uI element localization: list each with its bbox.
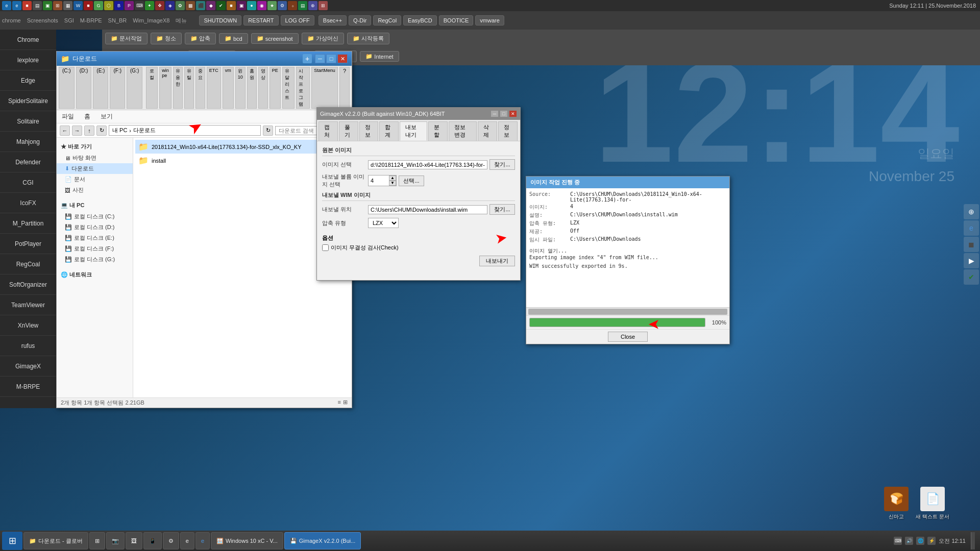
sidebar-item-mpartition[interactable]: M_Partition: [0, 213, 56, 234]
nav-up[interactable]: ↑: [84, 126, 94, 136]
gim-export-btn[interactable]: 내보내기: [479, 256, 515, 266]
gtab-split[interactable]: 분할: [428, 121, 448, 141]
nav-drive-f[interactable]: 💾 로컬 디스크 (F:): [57, 243, 133, 254]
folder-startup[interactable]: 📁시작등록: [347, 33, 389, 44]
bookmark-etc[interactable]: ETC: [207, 67, 221, 109]
gim-image-path-input[interactable]: [368, 160, 487, 169]
bookmark-win10[interactable]: 윈10: [235, 67, 246, 109]
drive-tab-g[interactable]: (G:): [127, 67, 142, 109]
bootice-btn[interactable]: BOOTICE: [439, 15, 474, 26]
drive-tab-c[interactable]: (C:): [59, 67, 75, 109]
right-icon-edge[interactable]: e: [964, 220, 979, 236]
app-icon-30[interactable]: ⊞: [318, 1, 328, 10]
sidebar-item-regcoal[interactable]: RegCoal: [0, 254, 56, 274]
help-button[interactable]: ?: [339, 67, 350, 109]
app-icon-8[interactable]: G: [94, 1, 103, 10]
ie-icon2[interactable]: e: [12, 1, 21, 10]
gimagex-close[interactable]: ✕: [509, 110, 517, 117]
app-icon-25[interactable]: ★: [267, 1, 277, 10]
app-icon-10[interactable]: B: [114, 1, 124, 10]
bsec-btn[interactable]: Bsec++: [318, 15, 347, 26]
right-icon-chrome[interactable]: ⊕: [964, 204, 979, 219]
gim-check-integrity-checkbox[interactable]: [322, 244, 329, 251]
taskbar-app-5[interactable]: 📱: [143, 532, 162, 549]
app-icon-21[interactable]: ■: [227, 1, 236, 10]
sidebar-item-teamviewer[interactable]: TeamViewer: [0, 295, 56, 315]
app-icon-5[interactable]: ▦: [63, 1, 72, 10]
gtab-about[interactable]: 정보: [498, 121, 518, 141]
bookmark-home[interactable]: 홈원: [247, 67, 257, 109]
gtab-info-change[interactable]: 정보 변경: [449, 121, 477, 141]
sidebar-item-rufus[interactable]: rufus: [0, 336, 56, 356]
sidebar-item-solitaire[interactable]: Solitaire: [0, 111, 56, 132]
logoff-btn[interactable]: LOG OFF: [281, 15, 314, 26]
gimagex-minimize[interactable]: ─: [491, 110, 499, 117]
bookmark-startprog[interactable]: 시작프로그램: [296, 67, 310, 109]
app-icon-20[interactable]: ✔: [216, 1, 226, 10]
bookmark-winpe[interactable]: win pe: [159, 67, 172, 109]
app-icon-12[interactable]: ⌨: [135, 1, 144, 10]
gim-spinner-input[interactable]: [369, 177, 389, 185]
gim-select-btn[interactable]: 선택...: [399, 176, 424, 186]
gim-compression-select[interactable]: LZX Fast None: [368, 218, 399, 228]
menu-file[interactable]: 파일: [60, 111, 76, 122]
easybcd-btn[interactable]: EasyBCD: [403, 15, 437, 26]
tray-icon-4[interactable]: ⚡: [927, 537, 936, 545]
app-icon-26[interactable]: ⚙: [278, 1, 287, 10]
sidebar-item-softorganizer[interactable]: SoftOrganizer: [0, 274, 56, 295]
sidebar-item-chrome[interactable]: Chrome: [0, 30, 56, 50]
nav-downloads[interactable]: ⬇ 다운로드: [57, 163, 133, 174]
folder-internet[interactable]: 📁Internet: [360, 51, 399, 62]
bookmark-important[interactable]: 중요: [195, 67, 205, 109]
progress-close-btn[interactable]: Close: [608, 332, 648, 342]
gimagex-maximize[interactable]: □: [500, 110, 508, 117]
sidebar-item-mbrpe[interactable]: M-BRPE: [0, 377, 56, 397]
app-icon-6[interactable]: W: [74, 1, 83, 10]
gim-spinner-down[interactable]: ▼: [389, 181, 396, 186]
taskbar-app-windows10[interactable]: 🪟 Windows 10 xC - V...: [211, 532, 283, 549]
app-icon-28[interactable]: ▤: [298, 1, 307, 10]
app-icon-15[interactable]: ◈: [165, 1, 175, 10]
shutdown-btn[interactable]: SHUTDOWN: [199, 15, 241, 26]
taskbar-app-7[interactable]: e: [180, 532, 194, 549]
nav-forward[interactable]: →: [72, 126, 82, 136]
show-desktop-btn[interactable]: [971, 532, 975, 549]
taskbar-app-4[interactable]: 🖼: [126, 532, 142, 549]
app-icon-29[interactable]: ⊕: [308, 1, 317, 10]
new-tab-button[interactable]: +: [303, 54, 312, 63]
bookmark-useful[interactable]: 유용한: [173, 67, 183, 109]
right-icon-1[interactable]: ◼: [964, 237, 979, 252]
drive-tab-e[interactable]: (E:): [93, 67, 108, 109]
maximize-button[interactable]: □: [326, 54, 336, 63]
sidebar-item-gimagex[interactable]: GimageX: [0, 356, 56, 377]
nav-documents[interactable]: 📄 문서: [57, 174, 133, 185]
bookmark-vm[interactable]: vm: [223, 67, 234, 109]
close-button[interactable]: ✕: [337, 54, 348, 63]
bookmark-yudallist[interactable]: 유달리스트: [282, 67, 295, 109]
app-icon-7[interactable]: ■: [84, 1, 93, 10]
sidebar-item-mahjong[interactable]: Mahjong: [0, 132, 56, 152]
taskbar-app-8[interactable]: e: [195, 532, 210, 549]
folder-clean[interactable]: 📁청소: [151, 33, 182, 44]
list-view-btn[interactable]: ≡: [338, 399, 341, 407]
tray-icon-2[interactable]: 🔊: [905, 537, 913, 545]
drive-tab-f[interactable]: (F:): [110, 67, 125, 109]
folder-dokuseo[interactable]: 📁문서작업: [105, 33, 148, 44]
folder-compress[interactable]: 📁압축: [185, 33, 216, 44]
start-button[interactable]: ⊞: [2, 532, 22, 550]
app-icon-24[interactable]: ◉: [257, 1, 266, 10]
sidebar-item-lexplore[interactable]: lexplore: [0, 50, 56, 70]
sidebar-item-edge[interactable]: Edge: [0, 70, 56, 91]
nav-drive-c[interactable]: 💾 로컬 디스크 (C:): [57, 211, 133, 222]
address-path[interactable]: 내 PC › 다운로드: [109, 125, 261, 136]
desktop-icon-new-doc[interactable]: 📄 새 텍스트 문서: [916, 487, 949, 520]
app-icon-16[interactable]: ✿: [176, 1, 185, 10]
nav-back[interactable]: ←: [60, 126, 70, 136]
menu-home[interactable]: 홈: [82, 111, 92, 122]
taskbar-app-2[interactable]: ⊞: [89, 532, 105, 549]
sidebar-item-xnview[interactable]: XnView: [0, 315, 56, 336]
taskbar-app-downloads[interactable]: 📁 다운로드 - 클로버: [23, 532, 88, 549]
app-icon-4[interactable]: ⊞: [53, 1, 62, 10]
ie-icon[interactable]: e: [2, 1, 11, 10]
gtab-total[interactable]: 합계: [379, 121, 399, 141]
